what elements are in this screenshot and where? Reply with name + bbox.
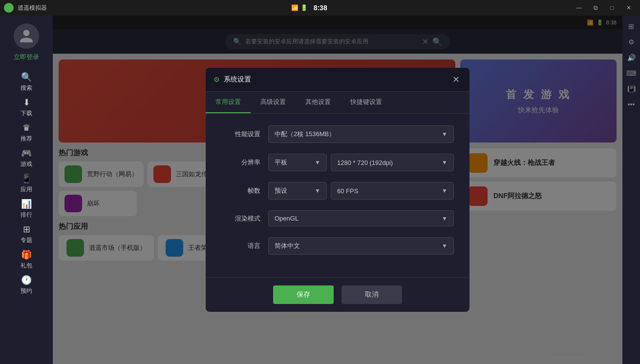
language-control: 简体中文 ▼: [268, 237, 454, 255]
dialog-title-row: ⚙ 系统设置: [213, 75, 251, 84]
toolbar-grid-btn[interactable]: ⊞: [624, 20, 638, 33]
sidebar-label-search: 搜索: [21, 84, 32, 92]
title-bar-right: 📶 🔋 8:38: [291, 4, 327, 12]
resolution-type-select[interactable]: 平板 ▼: [268, 154, 327, 171]
toolbar-shake-btn[interactable]: 📳: [624, 82, 638, 96]
search-icon: 🔍: [21, 72, 32, 82]
resolution-size-value: 1280 * 720 (192dpi): [337, 159, 393, 166]
sidebar-label-apps: 应用: [21, 185, 32, 194]
rank-icon: 📊: [21, 199, 32, 209]
sidebar-label-games: 游戏: [21, 160, 32, 168]
language-label: 语言: [221, 242, 260, 250]
fps-value-arrow: ▼: [442, 187, 448, 194]
sidebar-label-recommend: 推荐: [21, 135, 32, 143]
app-logo: [4, 3, 14, 13]
gift-icon: 🎁: [21, 249, 32, 260]
resolution-type-value: 平板: [275, 158, 287, 167]
toolbar-keyboard-btn[interactable]: ⌨: [624, 66, 638, 80]
render-row: 渲染模式 OpenGL ▼: [221, 210, 454, 226]
sidebar-item-recommend[interactable]: ♛ 推荐: [0, 120, 53, 145]
sidebar-item-reserve[interactable]: 🕐 预约: [0, 272, 53, 298]
sidebar-item-gift[interactable]: 🎁 礼包: [0, 247, 53, 272]
games-icon: 🎮: [21, 148, 32, 159]
resolution-label: 分辨率: [221, 158, 260, 167]
resolution-size-arrow: ▼: [442, 159, 448, 166]
performance-control: 中配（2核 1536MB） ▼: [268, 125, 454, 143]
dialog-tabs: 常用设置 高级设置 其他设置 快捷键设置: [206, 92, 469, 114]
avatar-icon: [19, 28, 34, 44]
settings-dialog: ⚙ 系统设置 ✕ 常用设置 高级设置 其他设置 快捷键设置 性能设置: [206, 68, 469, 312]
fps-preset-arrow: ▼: [315, 187, 320, 194]
resolution-control: 平板 ▼ 1280 * 720 (192dpi) ▼: [268, 154, 454, 171]
performance-row: 性能设置 中配（2核 1536MB） ▼: [221, 125, 454, 143]
close-button[interactable]: ✕: [621, 3, 636, 13]
toolbar-more-btn[interactable]: •••: [624, 98, 638, 111]
settings-gear-icon: ⚙: [213, 76, 220, 83]
restore-button[interactable]: ⧉: [588, 3, 603, 13]
fps-value: 60 FPS: [337, 187, 358, 195]
save-button[interactable]: 保存: [273, 285, 334, 304]
wifi-status: 📶 🔋: [291, 4, 307, 11]
toolbar-settings-btn[interactable]: ⚙: [624, 35, 638, 49]
render-control: OpenGL ▼: [268, 210, 454, 226]
tab-common[interactable]: 常用设置: [206, 92, 251, 113]
performance-arrow: ▼: [442, 131, 448, 138]
language-value: 简体中文: [275, 242, 300, 250]
render-select[interactable]: OpenGL ▼: [268, 210, 454, 226]
fps-preset-value: 预设: [275, 186, 287, 195]
dialog-header: ⚙ 系统设置 ✕: [206, 68, 469, 92]
window-controls: — ⧉ □ ✕: [572, 3, 636, 13]
render-label: 渲染模式: [221, 214, 260, 223]
login-button[interactable]: 立即登录: [14, 53, 39, 61]
recommend-icon: ♛: [22, 122, 30, 133]
sidebar-item-games[interactable]: 🎮 游戏: [0, 145, 53, 171]
sidebar-item-search[interactable]: 🔍 搜索: [0, 69, 53, 95]
title-bar-left: 逍遥模拟器: [4, 3, 47, 13]
resolution-size-select[interactable]: 1280 * 720 (192dpi) ▼: [331, 154, 454, 171]
sidebar-item-special[interactable]: ⊞ 专题: [0, 222, 53, 247]
dialog-title: 系统设置: [224, 75, 251, 84]
download-icon: ⬇: [23, 97, 30, 108]
sidebar-label-gift: 礼包: [21, 262, 32, 270]
language-arrow: ▼: [442, 243, 448, 249]
fps-select-group: 预设 ▼ 60 FPS ▼: [268, 182, 454, 200]
fps-value-select[interactable]: 60 FPS ▼: [331, 182, 454, 200]
main-wrapper: 立即登录 🔍 搜索 ⬇ 下载 ♛ 推荐 🎮 游戏 📱 应用 📊 排行 ⊞ 专题: [0, 16, 640, 364]
performance-select[interactable]: 中配（2核 1536MB） ▼: [268, 125, 454, 143]
minimize-button[interactable]: —: [572, 3, 586, 13]
content-area: 📶 🔋 8:38 🔍 ✕ 🔍: [53, 16, 622, 364]
apps-icon: 📱: [21, 173, 32, 184]
performance-label: 性能设置: [221, 130, 260, 139]
sidebar-label-reserve: 预约: [21, 287, 32, 295]
performance-value: 中配（2核 1536MB）: [275, 130, 335, 139]
render-value: OpenGL: [275, 215, 299, 222]
app-title: 逍遥模拟器: [18, 4, 47, 12]
dialog-body: 性能设置 中配（2核 1536MB） ▼ 分辨率 平板: [206, 114, 469, 277]
maximize-button[interactable]: □: [605, 3, 619, 13]
language-row: 语言 简体中文 ▼: [221, 237, 454, 255]
dialog-close-button[interactable]: ✕: [450, 74, 462, 85]
right-toolbar: ⊞ ⚙ 🔊 ⌨ 📳 •••: [622, 16, 640, 364]
cancel-button[interactable]: 取消: [341, 285, 402, 304]
sidebar-item-apps[interactable]: 📱 应用: [0, 171, 53, 196]
tab-other[interactable]: 其他设置: [296, 92, 341, 113]
resolution-row: 分辨率 平板 ▼ 1280 * 720 (192dpi) ▼: [221, 154, 454, 171]
toolbar-volume-btn[interactable]: 🔊: [624, 51, 638, 64]
resolution-select-group: 平板 ▼ 1280 * 720 (192dpi) ▼: [268, 154, 454, 171]
special-icon: ⊞: [23, 224, 30, 235]
title-bar: 逍遥模拟器 📶 🔋 8:38 — ⧉ □ ✕: [0, 0, 640, 16]
fps-preset-select[interactable]: 预设 ▼: [268, 182, 327, 200]
language-select[interactable]: 简体中文 ▼: [268, 237, 454, 255]
fps-control: 预设 ▼ 60 FPS ▼: [268, 182, 454, 200]
reserve-icon: 🕐: [21, 275, 32, 285]
render-arrow: ▼: [442, 215, 448, 222]
sidebar-label-rank: 排行: [21, 211, 32, 219]
tab-shortcut[interactable]: 快捷键设置: [341, 92, 392, 113]
sidebar: 立即登录 🔍 搜索 ⬇ 下载 ♛ 推荐 🎮 游戏 📱 应用 📊 排行 ⊞ 专题: [0, 16, 53, 364]
user-avatar[interactable]: [14, 23, 39, 49]
sidebar-item-download[interactable]: ⬇ 下载: [0, 95, 53, 120]
tab-advanced[interactable]: 高级设置: [251, 92, 296, 113]
time-display: 8:38: [314, 4, 327, 12]
dialog-footer: 保存 取消: [206, 277, 469, 312]
sidebar-item-rank[interactable]: 📊 排行: [0, 196, 53, 222]
